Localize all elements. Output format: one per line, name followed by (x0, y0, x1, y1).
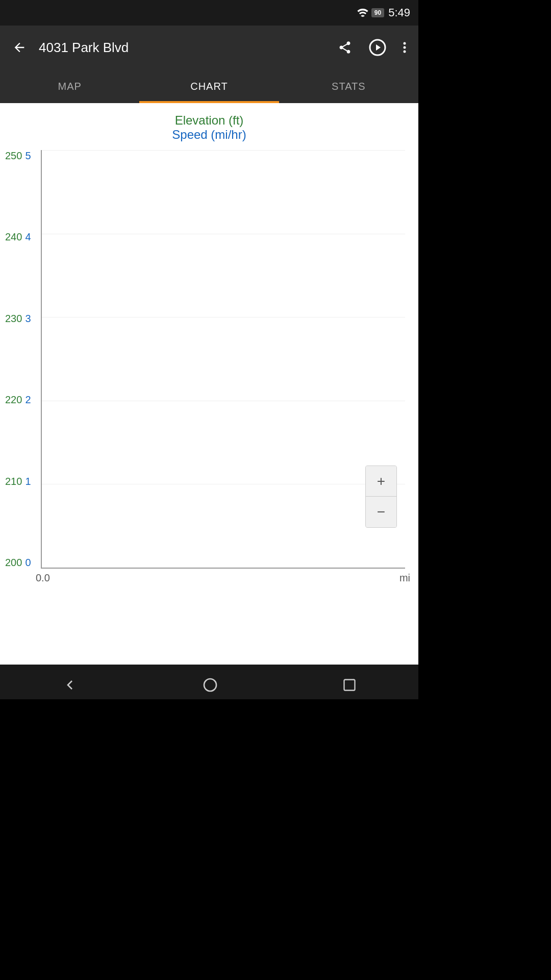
x-axis-unit-label: mi (399, 572, 410, 584)
page-title: 4031 Park Blvd (39, 40, 325, 56)
svg-point-3 (404, 46, 406, 49)
status-icons: 90 5:49 (357, 6, 410, 19)
status-bar: 90 5:49 (0, 0, 418, 26)
nav-home-button[interactable] (197, 672, 223, 698)
chart-container: Elevation (ft) Speed (mi/hr) 250 5 240 4… (0, 103, 418, 665)
back-button[interactable] (8, 36, 31, 59)
share-button[interactable] (334, 36, 356, 59)
tab-chart[interactable]: CHART (139, 69, 279, 103)
battery-percentage: 90 (371, 8, 384, 17)
svg-point-4 (404, 51, 406, 53)
chart-plot (41, 150, 405, 569)
app-bar: 4031 Park Blvd (0, 26, 418, 69)
legend-elevation: Elevation (ft) (5, 113, 413, 128)
grid-line (42, 234, 405, 234)
grid-line (42, 484, 405, 484)
tab-stats[interactable]: STATS (279, 69, 418, 103)
nav-recent-button[interactable] (337, 673, 362, 697)
grid-line (42, 317, 405, 317)
svg-marker-1 (376, 44, 381, 51)
more-options-button[interactable] (399, 36, 410, 59)
svg-point-2 (404, 42, 406, 45)
svg-point-5 (204, 679, 216, 691)
wifi-icon (357, 9, 368, 17)
zoom-controls: + − (365, 465, 397, 528)
x-axis-start-label: 0.0 (36, 572, 50, 584)
tab-map[interactable]: MAP (0, 69, 139, 103)
zoom-out-button[interactable]: − (366, 497, 396, 527)
svg-rect-6 (344, 680, 355, 691)
chart-area: 250 5 240 4 230 3 220 2 210 1 200 0 (41, 150, 405, 589)
legend-speed: Speed (mi/hr) (5, 128, 413, 142)
nav-bar (0, 665, 418, 699)
chart-legend: Elevation (ft) Speed (mi/hr) (5, 113, 413, 142)
tab-bar: MAP CHART STATS (0, 69, 418, 103)
zoom-in-button[interactable]: + (366, 466, 396, 497)
y-axis-elevation: 250 5 240 4 230 3 220 2 210 1 200 0 (5, 150, 31, 569)
nav-back-button[interactable] (57, 672, 83, 698)
play-button[interactable] (364, 34, 391, 61)
status-time: 5:49 (388, 6, 410, 19)
grid-line (42, 401, 405, 401)
grid-line (42, 150, 405, 151)
